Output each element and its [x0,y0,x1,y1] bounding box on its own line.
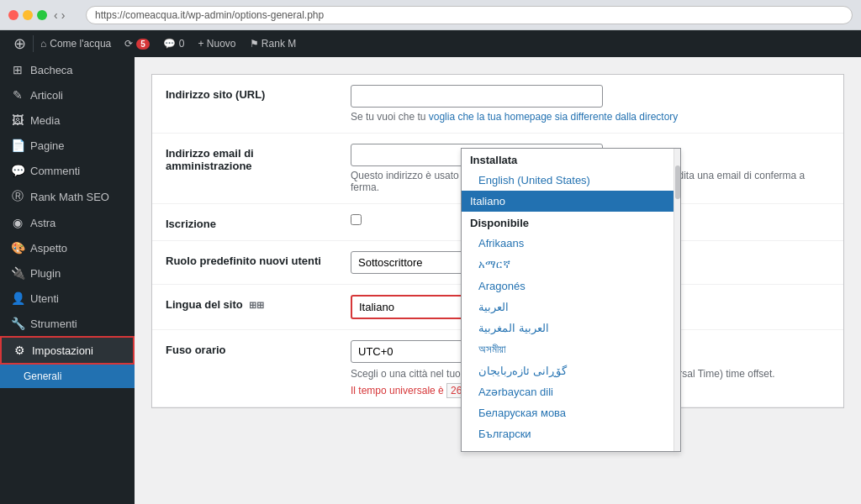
sidebar-item-label: Plugin [30,267,61,280]
comments-item[interactable]: 💬 0 [156,30,192,57]
sidebar-item-plugin[interactable]: 🔌 Plugin [0,260,135,286]
sidebar-item-label: Strumenti [30,318,77,330]
sidebar: ⊞ Bacheca ✎ Articoli 🖼 Media 📄 Pagine 💬 … [0,57,135,504]
label-fuso: Fuso orario [166,340,334,356]
sidebar-item-label: Media [30,114,60,127]
sidebar-item-label: Pagine [30,139,64,152]
close-button[interactable] [8,10,18,20]
sidebar-item-aspetto[interactable]: 🎨 Aspetto [0,235,135,260]
wp-admin-bar: ⊕ ⌂ Come l'acqua ⟳ 5 💬 0 + Nuovo ⚑ Rank … [0,30,861,57]
help-url: Se tu vuoi che tu voglia che la tua home… [351,111,830,123]
language-dropdown: Installata English (United States) Itali… [461,148,681,452]
dropdown-item-italiano[interactable]: Italiano [462,191,680,212]
sidebar-submenu-generali[interactable]: Generali [0,365,135,388]
label-iscrizione: Iscrizione [166,214,334,230]
dropdown-item-bengali[interactable]: বাংলা [462,444,680,451]
pages-icon: 📄 [10,139,25,152]
sidebar-item-commenti[interactable]: 💬 Commenti [0,158,135,183]
settings-icon: ⚙ [12,344,27,357]
dropdown-item-english[interactable]: English (United States) [462,170,680,191]
scroll-track [673,149,680,451]
dropdown-item-aragones[interactable]: Aragonés [462,276,680,297]
nuovo-item[interactable]: + Nuovo [192,30,243,57]
label-email: Indirizzo email di amministrazione [166,144,334,172]
browser-bar: ‹ › https://comeacqua.it/wp-admin/option… [0,0,861,30]
dashboard-icon: ⊞ [10,63,25,76]
sidebar-item-label: Impostazioni [32,344,93,357]
sidebar-item-label: Rank Math SEO [30,191,109,203]
comments-icon: 💬 [163,38,176,50]
sidebar-item-bacheca[interactable]: ⊞ Bacheca [0,57,135,82]
wp-logo-icon: ⊕ [13,34,26,53]
content-area: Indirizzo sito (URL) Se tu vuoi che tu v… [135,57,861,504]
minimize-button[interactable] [23,10,33,20]
sidebar-item-utenti[interactable]: 👤 Utenti [0,286,135,311]
media-icon: 🖼 [10,113,25,127]
sidebar-item-astra[interactable]: ◉ Astra [0,210,135,235]
plugin-icon: 🔌 [10,266,25,280]
available-label: Disponibile [462,212,680,233]
site-name-label: Come l'acqua [50,38,111,50]
updates-icon: ⟳ [124,38,133,50]
forward-icon[interactable]: › [61,8,66,22]
dropdown-item-afrikaans[interactable]: Afrikaans [462,233,680,254]
generali-label: Generali [24,370,61,382]
link-homepage[interactable]: voglia che la tua homepage sia different… [429,111,679,123]
sidebar-item-strumenti[interactable]: 🔧 Strumenti [0,311,135,336]
browser-controls [8,10,47,20]
input-url[interactable] [351,85,603,108]
users-icon: 👤 [10,291,25,305]
sidebar-item-articoli[interactable]: ✎ Articoli [0,82,135,108]
time-label: Il tempo universale è [351,385,444,396]
tools-icon: 🔧 [10,317,25,330]
scroll-thumb[interactable] [675,165,680,199]
sidebar-item-impostazioni[interactable]: ⚙ Impostazioni [0,336,135,365]
posts-icon: ✎ [10,88,25,102]
back-icon[interactable]: ‹ [54,8,58,22]
dropdown-scroll[interactable]: Installata English (United States) Itali… [462,149,680,451]
dropdown-item-amharic[interactable]: አማርኛ [462,254,680,276]
dropdown-item-belarusian[interactable]: Беларуская мова [462,402,680,423]
maximize-button[interactable] [37,10,47,20]
rankmath-label: ⚑ Rank M [250,38,297,50]
updates-badge: 5 [136,39,150,50]
label-lingua: Lingua del sito ⊞⊞ [166,295,334,311]
sidebar-item-media[interactable]: 🖼 Media [0,108,135,133]
sidebar-item-pagine[interactable]: 📄 Pagine [0,133,135,158]
form-row-url: Indirizzo sito (URL) Se tu vuoi che tu v… [152,75,843,134]
address-bar[interactable]: https://comeacqua.it/wp-admin/options-ge… [86,6,853,24]
dropdown-item-azerbaijani-kurdish[interactable]: گۆڕانی ئازەربایجان [462,360,680,381]
sidebar-item-label: Aspetto [30,242,67,255]
sidebar-item-label: Articoli [30,89,63,102]
sidebar-item-label: Bacheca [30,64,73,76]
site-name-item[interactable]: ⌂ Come l'acqua [34,30,118,57]
dropdown-item-assamese[interactable]: অসমীয়া [462,339,680,360]
sidebar-submenu: Generali [0,365,135,388]
installed-label: Installata [462,149,680,170]
sidebar-item-label: Astra [30,217,55,229]
control-url: Se tu vuoi che tu voglia che la tua home… [351,85,830,123]
dropdown-item-azerbaijani[interactable]: Azərbaycan dili [462,381,680,402]
label-url: Indirizzo sito (URL) [166,85,334,101]
appearance-icon: 🎨 [10,241,25,255]
wp-logo-item[interactable]: ⊕ [7,30,33,57]
address-text: https://comeacqua.it/wp-admin/options-ge… [95,9,324,21]
dropdown-item-arabic[interactable]: العربية [462,297,680,318]
updates-item[interactable]: ⟳ 5 [118,30,156,57]
label-ruolo: Ruolo predefinito nuovi utenti [166,251,334,267]
rankmath-menu-icon: Ⓡ [10,189,25,204]
comments-count: 0 [179,38,185,50]
nuovo-label: + Nuovo [198,38,236,50]
sidebar-item-label: Utenti [30,292,59,305]
dropdown-item-arabic-morocco[interactable]: العربية المغربية [462,318,680,339]
rankmath-item[interactable]: ⚑ Rank M [243,30,304,57]
sidebar-item-label: Commenti [30,165,80,177]
comments-menu-icon: 💬 [10,164,25,177]
checkbox-iscrizione[interactable] [351,214,362,225]
lingua-translate-icon: ⊞⊞ [249,300,264,310]
astra-icon: ◉ [10,216,25,229]
site-name-icon: ⌂ [40,38,46,50]
main-layout: ⊞ Bacheca ✎ Articoli 🖼 Media 📄 Pagine 💬 … [0,57,861,504]
dropdown-item-bulgarian[interactable]: Български [462,423,680,444]
sidebar-item-rankmath[interactable]: Ⓡ Rank Math SEO [0,183,135,210]
